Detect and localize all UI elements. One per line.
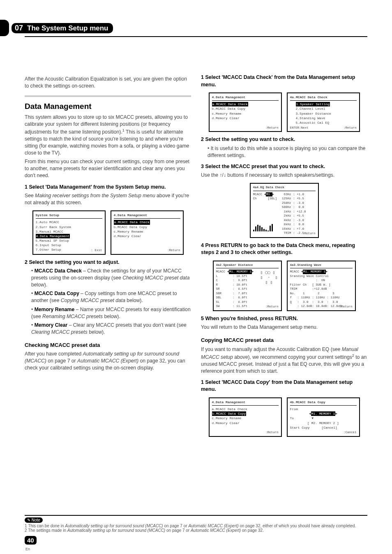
chapter-number: 07 — [15, 24, 23, 32]
footnote: 2 The settings made in Automatically set… — [25, 528, 367, 533]
note-icon: ✎ — [27, 518, 32, 522]
text-italic: Automatic MCACC (Expert) — [188, 524, 238, 528]
paragraph: Use the ↑/↓ buttons if necessary to swit… — [201, 172, 367, 179]
osd-line: d.Memory Clear — [212, 421, 279, 425]
osd-hi: M1. MEMORY 1 — [303, 270, 326, 274]
osd-row: 4a4.EQ Data Check MCACC ◄M1.► Ch [SBL] 6… — [201, 183, 367, 238]
text: After you have completed — [25, 351, 83, 357]
osd-footer: : Exit — [91, 248, 102, 253]
subsection-heading: Copying MCACC preset data — [201, 337, 367, 344]
osd-line-selected: a.MCACC Data Check — [114, 220, 150, 224]
osd-title: 4.Data Management — [212, 95, 279, 101]
text-italic: Automatically setting up for surround so… — [67, 528, 165, 533]
text-italic: Automatic MCACC (Expert) — [77, 358, 138, 364]
text: on page 7 or — [46, 358, 77, 364]
bullet-item: • MCACC Data Copy – Copy settings from o… — [31, 290, 191, 304]
osd-line: d.Memory Clear — [212, 116, 279, 120]
osd-title: 4a2.Speaker Distance — [216, 263, 279, 269]
osd-speaker-distance: 4a2.Speaker Distance MCACC ◄M1. MEMORY 1… — [213, 261, 282, 311]
osd-line-selected: 4.Data Management — [36, 234, 70, 238]
chapter-title: The System Setup menu — [27, 24, 108, 32]
text: It is useful to do this while a source i… — [208, 145, 365, 158]
step-heading: 2 Select the setting you want to check. — [201, 136, 367, 143]
osd-line: b.MCACC Data Copy — [114, 225, 180, 229]
osd-footer: :Return — [302, 231, 316, 236]
osd-line: 2kHz : +5.5 — [280, 214, 306, 218]
osd-line: a.MCACC Data Check — [212, 407, 279, 411]
osd-line: 8kHz : 0.0 — [280, 222, 306, 227]
osd-line: b.MCACC Data Copy — [212, 106, 279, 111]
osd-line: c.Memory Rename — [212, 111, 279, 116]
footnote: 1 This can be done in Automatically sett… — [25, 524, 367, 528]
text: MCACC — [253, 193, 264, 196]
text: below). — [103, 314, 120, 319]
osd-line-selected: b.MCACC Data Copy — [212, 411, 247, 416]
osd-title: 4a3.Standing Wave — [290, 263, 353, 269]
section-heading: Data Management — [25, 101, 191, 112]
osd-line: MCACC ◄M1. MEMORY 1► — [290, 270, 353, 274]
osd-footer: :Return — [265, 430, 279, 435]
text-italic: Copying MCACC preset data — [61, 298, 125, 303]
step-heading: 2 Select the setting you want to adjust. — [25, 259, 191, 266]
osd-title: 4a.MCACC Data Check — [290, 95, 357, 101]
osd-title: System Setup — [36, 213, 102, 219]
text: Note — [32, 518, 40, 522]
text: above), we recommend copying your curren… — [233, 354, 352, 360]
osd-line: 6.Input Setup — [36, 243, 102, 247]
text-italic: Clearing MCACC presets — [31, 329, 88, 335]
osd-line: 2.Surr Back System — [36, 225, 102, 229]
osd-title: 4b.MCACC Data Copy — [290, 400, 357, 406]
osd-line: SBR : 7.0ft — [216, 291, 279, 296]
osd-system-setup: System Setup 1.Auto MCACC 2.Surr Back Sy… — [32, 210, 106, 255]
text: below). — [125, 298, 143, 303]
osd-line-selected: a.MCACC Data Check — [212, 102, 248, 106]
text-italic: Automatic MCACC (Expert) — [191, 528, 241, 533]
osd-line: ◄M1. MEMORY 1► — [290, 411, 357, 416]
osd-eq-check: 4a4.EQ Data Check MCACC ◄M1.► Ch [SBL] 6… — [250, 183, 319, 238]
text-italic: Renaming MCACC presets — [42, 314, 103, 319]
step-heading: 1 Select 'MCACC Data Copy' from the Data… — [201, 379, 367, 393]
osd-line: 3.Speaker Distance — [296, 111, 357, 116]
header-divider — [25, 36, 367, 37]
osd-line: No. 1 2 3 — [290, 291, 353, 296]
osd-hi: M1. MEMORY 1 — [311, 411, 336, 416]
osd-data-copy: 4b.MCACC Data Copy From ◄M1. MEMORY 1► T… — [287, 397, 360, 437]
osd-line: 5.Acoustic Cal EQ — [296, 120, 357, 125]
osd-row: 4a2.Speaker Distance MCACC ◄M1. MEMORY 1… — [201, 261, 367, 311]
osd-line: 1kHz : +12.0 — [280, 210, 306, 214]
osd-line: SBL : 8.0ft — [216, 295, 279, 300]
paragraph: If you want to manually adjust the Acous… — [201, 346, 367, 375]
osd-footer: :Return — [344, 126, 357, 130]
osd-line: d.Memory Clear — [114, 234, 180, 238]
text: on page 32, either of which you should h… — [239, 524, 356, 528]
osd-line: Q : 3.0 : 3.0 : 3.0 — [290, 300, 353, 305]
osd-line: 125Hz : +5.5 — [280, 196, 306, 201]
text: buttons if necessary to switch speakers/… — [226, 172, 334, 178]
paragraph: See Making receiver settings from the Sy… — [25, 192, 191, 206]
osd-line: : ON — [290, 278, 353, 283]
intro-paragraph: After the Acoustic Calibration Equalizat… — [25, 76, 191, 90]
text: Start Copy — [290, 426, 310, 429]
osd-line: From — [290, 407, 357, 411]
osd-line: Start Copy [Cancel] — [290, 425, 357, 430]
osd-row: 4.Data Management a.MCACC Data Check b.M… — [201, 92, 367, 132]
text: below). — [88, 329, 105, 335]
subsection-heading: Checking MCACC preset data — [25, 342, 191, 349]
page-number: 40 En — [25, 536, 367, 552]
osd-line: 1.Auto MCACC — [36, 220, 102, 224]
bullet-label: MCACC Data Copy — [35, 291, 79, 296]
osd-line: 63Hz : +1.0 — [280, 192, 306, 197]
chapter-bar: 07 The System Setup menu — [12, 23, 113, 33]
osd-line: MCACC ◄M1.► — [253, 192, 280, 197]
step-heading: 3 Select the MCACC preset that you want … — [201, 163, 367, 171]
right-column: 1 Select 'MCACC Data Check' from the Dat… — [201, 74, 367, 441]
text: 2 The settings made in — [25, 528, 67, 533]
osd-footer: :Cancel — [344, 430, 357, 435]
bullet-label: MCACC Data Check — [35, 268, 82, 274]
osd-title: 4a4.EQ Data Check — [253, 185, 316, 191]
note-badge: ✎ Note — [25, 517, 43, 523]
bullet-item: • Memory Clear – Clear any MCACC presets… — [31, 322, 191, 336]
text: To — [290, 416, 294, 420]
page-language: En — [25, 547, 30, 551]
osd-data-management: 4.Data Management a.MCACC Data Check b.M… — [209, 92, 282, 132]
